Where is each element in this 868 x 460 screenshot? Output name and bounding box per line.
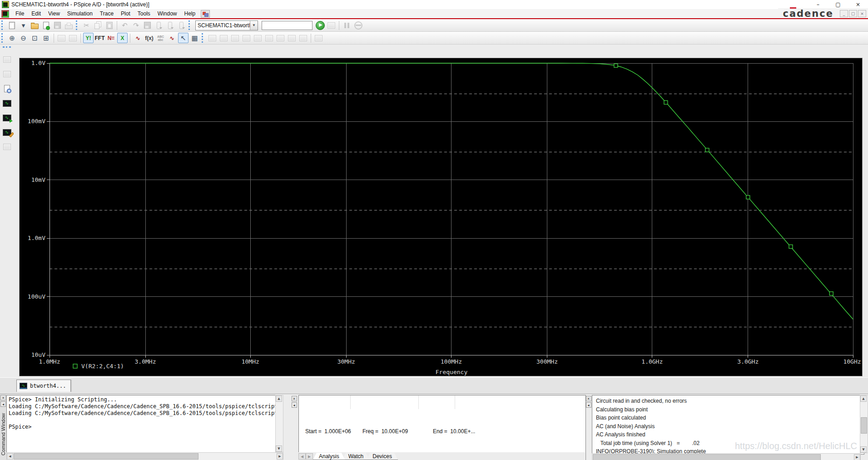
dock-collapse-icon[interactable]: ◂ — [586, 402, 591, 408]
log-x-axis-button[interactable]: X — [117, 33, 128, 43]
fourier-fft-button[interactable]: FFT — [94, 33, 105, 43]
menu-plot[interactable]: Plot — [117, 10, 134, 18]
simulation-status-panel[interactable]: Circuit read in and checked, no errors C… — [592, 395, 864, 455]
cursor-search-right-icon — [288, 35, 296, 41]
text-label-button[interactable]: ABCabc — [155, 33, 166, 43]
simulation-dock-toolbar — [0, 45, 14, 167]
zoom-in-button[interactable]: ⊕ — [7, 33, 17, 43]
mdi-close-icon[interactable]: × — [858, 10, 866, 17]
zoom-area-button[interactable]: ⊡ — [30, 33, 40, 43]
tab-analysis[interactable]: Analysis — [313, 453, 345, 460]
svg-text:1.0GHz: 1.0GHz — [641, 358, 663, 365]
svg-text:30MHz: 30MHz — [337, 358, 355, 365]
restore-icon[interactable]: ▢ — [828, 0, 848, 9]
mdi-minimize-icon[interactable]: _ — [840, 10, 848, 17]
cut-button: ✂ — [81, 20, 92, 30]
tab-devices[interactable]: Devices — [367, 453, 398, 460]
trace-expression-input[interactable] — [262, 21, 312, 30]
command-console[interactable]: PSpice> Initializing Scripting... Loadin… — [6, 395, 280, 454]
menu-file[interactable]: File — [12, 10, 28, 18]
analysis-panel[interactable]: Start = 1.000E+06Freq = 10.00E+09End = 1… — [298, 395, 586, 460]
tabs-scroll-right-icon[interactable]: ▶ — [306, 453, 313, 460]
addon-squares-icon[interactable] — [201, 10, 210, 18]
command-window-titlebar: × ◂ Command Window — [0, 394, 6, 460]
view-simulation-results-button[interactable] — [1, 97, 13, 109]
command-window-close-icon[interactable]: × — [0, 395, 6, 400]
svg-text:10GHz: 10GHz — [843, 358, 861, 365]
analysis-tabstrip: ◀ ▶ AnalysisWatchDevices — [298, 452, 585, 460]
scrollbar-thumb[interactable] — [593, 454, 821, 460]
close-icon[interactable]: × — [848, 0, 868, 9]
combobox-dropdown-icon[interactable]: ▼ — [250, 21, 258, 30]
view-simulation-queue-icon — [58, 35, 65, 41]
ac-analysis-plot[interactable]: 1.0V100mV10mV1.0mV100uV10uV1.0MHz3.0MHz1… — [19, 58, 863, 376]
cursor-trace-button[interactable]: ∿ — [167, 33, 177, 43]
cursor-grid-button[interactable]: ▦ — [189, 33, 200, 43]
send-results-icon — [3, 144, 11, 150]
scroll-left-icon[interactable]: ◀ — [7, 453, 13, 460]
new-file-dropdown-icon: ▾ — [22, 21, 25, 30]
toggle-cursor-button[interactable]: ↖ — [178, 33, 188, 43]
toolbar-grip[interactable] — [3, 46, 11, 50]
command-log-icon — [3, 71, 11, 77]
cadence-logo: cadence — [783, 9, 833, 18]
run-simulation-button[interactable] — [315, 20, 325, 30]
toolbar-separator — [117, 21, 117, 30]
mark-data-points-button[interactable]: ∿ — [133, 33, 143, 43]
pause-simulation-button — [342, 20, 352, 30]
tab-watch[interactable]: Watch — [342, 453, 370, 460]
console-vertical-scrollbar[interactable]: ▲ ▼ — [275, 395, 283, 452]
scroll-right-icon[interactable]: ▶ — [277, 453, 283, 460]
status-horizontal-scrollbar[interactable]: ▶ — [592, 453, 861, 460]
toolbar-grip — [1, 20, 5, 30]
log-y-axis-button[interactable]: Y! — [83, 33, 94, 43]
simulation-profile-combobox[interactable]: SCHEMATIC1-btworth4 ▼ — [195, 20, 258, 30]
console-horizontal-scrollbar[interactable]: ◀ ▶ — [6, 452, 283, 460]
open-simulation-file-button[interactable] — [41, 20, 51, 30]
scroll-down-icon[interactable]: ▼ — [276, 445, 282, 452]
scroll-right-icon[interactable]: ▶ — [854, 454, 860, 460]
menu-window[interactable]: Window — [154, 10, 181, 18]
view-simulation-results-icon — [3, 100, 11, 107]
status-vertical-scrollbar[interactable]: ▲ ▼ — [860, 395, 868, 453]
menu-simulation[interactable]: Simulation — [64, 10, 96, 18]
tab-btworth4[interactable]: btworth4... — [16, 380, 71, 392]
menu-trace[interactable]: Trace — [96, 10, 117, 18]
scroll-up-icon[interactable]: ▲ — [860, 395, 867, 402]
bottom-docks: × ◂ Command Window PSpice> Initializing … — [0, 394, 868, 460]
scrollbar-thumb[interactable] — [861, 417, 867, 434]
new-file-dropdown-button[interactable]: ▾ — [18, 20, 29, 30]
scroll-up-icon[interactable]: ▲ — [276, 395, 282, 402]
toolbar-separator — [339, 21, 339, 30]
dock-close-icon[interactable]: × — [292, 396, 297, 401]
new-simulation-button[interactable] — [1, 112, 13, 124]
dock-collapse-icon[interactable]: ◂ — [292, 402, 297, 408]
menu-view[interactable]: View — [45, 10, 64, 18]
new-file-button[interactable] — [7, 20, 17, 30]
zoom-fit-button[interactable]: ⊞ — [41, 33, 51, 43]
scrollbar-thumb[interactable] — [14, 453, 198, 460]
open-file-button[interactable] — [30, 20, 40, 30]
menu-edit[interactable]: Edit — [28, 10, 45, 18]
zoom-out-button[interactable]: ⊖ — [18, 33, 29, 43]
new-file-icon — [9, 22, 15, 29]
performance-analysis-button[interactable]: N= — [106, 33, 116, 43]
redo-button: ↷ — [131, 20, 141, 30]
edit-simulation-settings-button[interactable] — [1, 126, 13, 138]
dock-close-icon[interactable]: × — [586, 396, 591, 401]
command-window-pin-icon[interactable]: ◂ — [0, 401, 6, 407]
performance-analysis-icon: N= — [108, 35, 115, 41]
pspice-window: SCHEMATIC1-btworth4 - PSpice A/D - [btwo… — [0, 0, 868, 460]
minimize-icon[interactable]: – — [808, 0, 828, 9]
column-divider — [455, 395, 455, 409]
menu-help[interactable]: Help — [180, 10, 199, 18]
view-output-file-dock-button[interactable] — [1, 83, 13, 95]
menu-tools[interactable]: Tools — [134, 10, 154, 18]
edit-bias-markers-button — [176, 20, 187, 30]
scroll-down-icon[interactable]: ▼ — [860, 446, 867, 453]
mdi-restore-icon[interactable]: ▢ — [849, 10, 857, 17]
tabs-scroll-left-icon[interactable]: ◀ — [298, 453, 306, 460]
save-icon — [54, 22, 61, 29]
evaluate-measurement-button[interactable]: f(x) — [144, 33, 154, 43]
svg-text:1.0MHz: 1.0MHz — [39, 358, 60, 365]
